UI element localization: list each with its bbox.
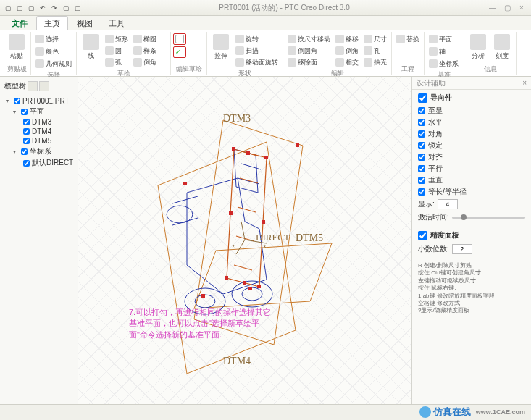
round-icon — [288, 46, 296, 55]
svg-rect-8 — [225, 276, 228, 280]
hole-button[interactable]: 孔 — [361, 45, 389, 56]
tree-csys-direct[interactable]: 默认DIRECT — [3, 157, 75, 169]
open-icon[interactable]: ▢ — [14, 3, 25, 13]
ellipse-button[interactable]: 椭圆 — [131, 33, 159, 45]
guide-chk-6[interactable] — [418, 177, 425, 184]
intersect-button[interactable]: 相交 — [333, 56, 361, 68]
circle-button[interactable]: 圆 — [103, 45, 130, 56]
svg-rect-12 — [243, 281, 246, 285]
plane-button[interactable]: 平面 — [427, 33, 461, 45]
chamfer2-button[interactable]: 倒角 — [333, 45, 361, 56]
minimize-button[interactable]: — — [486, 3, 499, 13]
dtm4-label: DTM4 — [223, 356, 251, 367]
menu-bar: 文件 主页 视图 工具 — [0, 16, 531, 30]
csys-group-checkbox[interactable] — [21, 148, 28, 155]
guide-chk-2[interactable] — [418, 130, 425, 138]
move-button[interactable]: 移移 — [333, 33, 361, 45]
ribbon-datum: 平面 轴 坐标系 基准 — [425, 32, 464, 75]
geom-rule-button[interactable]: 几何规则 — [33, 58, 74, 70]
precision-master-checkbox[interactable] — [418, 231, 427, 240]
dtm3-checkbox[interactable] — [23, 119, 30, 125]
axis-button[interactable]: 轴 — [427, 46, 461, 57]
tree-filter-icon[interactable] — [39, 81, 49, 91]
guide-chk-1[interactable] — [418, 119, 425, 126]
confirm-sketch-button[interactable]: ✓ — [173, 46, 186, 58]
guide-chk-7[interactable] — [418, 188, 425, 196]
panel-close-button[interactable]: × — [522, 79, 527, 87]
snap-count-input[interactable] — [438, 199, 458, 209]
tree-dtm3[interactable]: DTM3 — [3, 117, 75, 127]
file-menu[interactable]: 文件 — [4, 17, 35, 30]
chamfer-button[interactable]: 倒角 — [131, 56, 159, 68]
insert-button[interactable]: 移除面 — [285, 56, 333, 68]
shell-button[interactable]: 移动面旋转 — [233, 56, 280, 68]
tab-home[interactable]: 主页 — [36, 16, 68, 30]
chamfer2-icon — [335, 46, 344, 55]
root-checkbox[interactable] — [14, 98, 20, 104]
workspace: 模型树 ▾PRT0001.PRT ▾平面 DTM3 DTM4 DTM5 ▾坐标系… — [0, 77, 531, 404]
svg-rect-11 — [229, 211, 233, 215]
ribbon-select: 选择 颜色 几何规则 选择 — [31, 32, 77, 75]
save-icon[interactable]: ▢ — [26, 3, 36, 13]
revolve-button[interactable]: 旋转 — [233, 33, 280, 45]
tab-tools[interactable]: 工具 — [101, 17, 132, 30]
datum-group-checkbox[interactable] — [21, 109, 28, 115]
new-icon[interactable]: ▢ — [3, 3, 13, 13]
spline-button[interactable]: 样条 — [131, 45, 159, 56]
ribbon-engineering: 替换 工程 — [392, 32, 425, 75]
new-sketch-plane-button[interactable] — [173, 33, 186, 45]
csys-checkbox[interactable] — [23, 160, 30, 167]
active-time-slider[interactable] — [452, 217, 525, 219]
window-title: PRT0001 (活动的) - PTC Creo Direct 3.0 — [83, 3, 486, 13]
annotation-text: 7.可以打勾，再进行相同的操作选择其它基准平面，也可以点击"选择新草绘平面"命令… — [129, 307, 274, 340]
guide-chk-3[interactable] — [418, 142, 425, 149]
replace-button[interactable]: 替换 — [394, 33, 422, 45]
arc-button[interactable]: 弧 — [103, 56, 130, 68]
regen-icon[interactable]: ▢ — [61, 3, 71, 13]
guide-chk-0[interactable] — [418, 107, 425, 114]
decimal-places-input[interactable] — [452, 244, 472, 254]
graphics-canvas[interactable]: DTM3 DTM4 DTM5 DIRECT x z 7.可以打勾，再进行相同的操… — [78, 77, 411, 404]
select-button[interactable]: 选择 — [33, 33, 74, 45]
paste-button[interactable]: 粘贴 — [5, 33, 28, 62]
tree-csys-group[interactable]: ▾坐标系 — [3, 146, 75, 157]
line-button[interactable]: 线 — [79, 33, 102, 68]
color-button[interactable]: 颜色 — [33, 46, 74, 57]
close-icon[interactable]: ▢ — [72, 3, 83, 13]
guides-master-checkbox[interactable] — [418, 93, 427, 103]
tree-settings-icon[interactable] — [28, 81, 38, 91]
revolve-icon — [235, 35, 244, 43]
arc-icon — [105, 58, 114, 67]
tree-dtm5[interactable]: DTM5 — [3, 136, 75, 146]
close-button[interactable]: × — [515, 3, 528, 13]
guide-chk-4[interactable] — [418, 154, 425, 161]
guide-chk-5[interactable] — [418, 165, 425, 172]
svg-rect-5 — [232, 147, 235, 151]
svg-rect-15 — [183, 182, 187, 185]
round-button[interactable]: 倒圆角 — [285, 45, 333, 56]
sweep-icon — [235, 46, 244, 55]
rect-button[interactable]: 矩形 — [103, 33, 130, 45]
undo-icon[interactable]: ↶ — [38, 3, 48, 13]
dim2-button[interactable]: 尺寸 — [361, 33, 389, 45]
maximize-button[interactable]: ▢ — [501, 3, 514, 13]
dtm5-checkbox[interactable] — [23, 138, 30, 144]
svg-rect-14 — [248, 287, 252, 290]
tree-dtm4[interactable]: DTM4 — [3, 127, 75, 136]
analyze-button[interactable]: 分析 — [467, 33, 490, 62]
tab-view[interactable]: 视图 — [70, 17, 100, 30]
tree-datum-group[interactable]: ▾平面 — [3, 106, 75, 117]
movebydim-button[interactable]: 按尺寸移动 — [285, 33, 333, 45]
redo-icon[interactable]: ↷ — [49, 3, 59, 13]
extrude-button[interactable]: 拉伸 — [209, 33, 233, 68]
dtm4-checkbox[interactable] — [23, 128, 30, 135]
svg-rect-7 — [257, 285, 261, 288]
csys-button[interactable]: 坐标系 — [427, 58, 461, 70]
sweep-button[interactable]: 扫描 — [233, 45, 280, 56]
tree-root[interactable]: ▾PRT0001.PRT — [3, 96, 75, 106]
shell2-button[interactable]: 抽壳 — [361, 56, 389, 68]
regen-button[interactable]: 刻度 — [490, 33, 514, 62]
window-controls: — ▢ × — [486, 3, 528, 13]
precision-section: 精度面板 小数位数: — [412, 227, 531, 259]
analyze-icon — [470, 34, 486, 50]
